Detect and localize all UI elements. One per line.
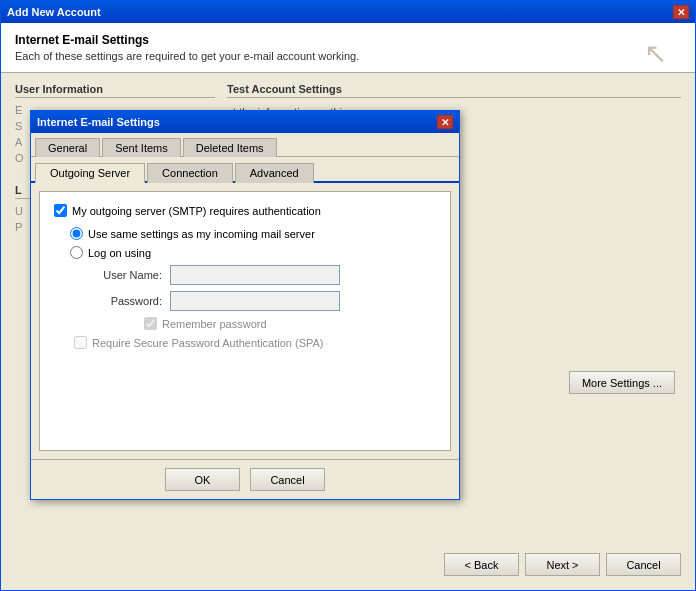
- smtp-auth-row: My outgoing server (SMTP) requires authe…: [54, 204, 436, 217]
- subtab-outgoing-server[interactable]: Outgoing Server: [35, 163, 145, 183]
- subtab-connection[interactable]: Connection: [147, 163, 233, 183]
- inner-dialog: Internet E-mail Settings ✕ General Sent …: [30, 110, 460, 500]
- use-same-settings-radio[interactable]: [70, 227, 83, 240]
- inner-close-icon: ✕: [441, 117, 449, 128]
- bg-header: Internet E-mail Settings Each of these s…: [1, 23, 695, 73]
- main-tabs-bar: General Sent Items Deleted Items: [31, 133, 459, 157]
- bg-window-title: Add New Account: [7, 6, 101, 18]
- header-decoration-icon: ↖: [635, 33, 675, 73]
- password-label: Password:: [90, 295, 170, 307]
- remember-password-label: Remember password: [162, 318, 267, 330]
- log-on-using-radio[interactable]: [70, 246, 83, 259]
- subtab-advanced[interactable]: Advanced: [235, 163, 314, 183]
- smtp-auth-label: My outgoing server (SMTP) requires authe…: [72, 205, 321, 217]
- password-input[interactable]: [170, 291, 340, 311]
- test-account-title: Test Account Settings: [227, 83, 681, 98]
- more-settings-button[interactable]: More Settings ...: [569, 371, 675, 394]
- use-same-settings-label: Use same settings as my incoming mail se…: [88, 228, 315, 240]
- bg-bottom-buttons: < Back Next > Cancel: [444, 553, 681, 576]
- dialog-content: My outgoing server (SMTP) requires authe…: [39, 191, 451, 451]
- cancel-button[interactable]: Cancel: [606, 553, 681, 576]
- user-info-title: User Information: [15, 83, 215, 98]
- back-button[interactable]: < Back: [444, 553, 519, 576]
- log-on-using-label: Log on using: [88, 247, 151, 259]
- spa-label: Require Secure Password Authentication (…: [92, 337, 324, 349]
- cursor-icon: ↖: [644, 37, 667, 70]
- smtp-auth-checkbox[interactable]: [54, 204, 67, 217]
- dialog-bottom: OK Cancel: [31, 459, 459, 499]
- inner-titlebar: Internet E-mail Settings ✕: [31, 111, 459, 133]
- user-name-label: User Name:: [90, 269, 170, 281]
- bg-titlebar: Add New Account ✕: [1, 1, 695, 23]
- tab-deleted-items[interactable]: Deleted Items: [183, 138, 277, 157]
- ok-button[interactable]: OK: [165, 468, 240, 491]
- log-on-using-row: Log on using: [70, 246, 436, 259]
- bg-header-title: Internet E-mail Settings: [15, 33, 681, 47]
- user-name-row: User Name:: [90, 265, 436, 285]
- spa-checkbox[interactable]: [74, 336, 87, 349]
- tab-sent-items[interactable]: Sent Items: [102, 138, 181, 157]
- bg-close-icon: ✕: [677, 7, 685, 18]
- remember-password-row: Remember password: [144, 317, 436, 330]
- inner-close-button[interactable]: ✕: [437, 115, 453, 129]
- user-name-input[interactable]: [170, 265, 340, 285]
- tab-general[interactable]: General: [35, 138, 100, 157]
- bg-close-button[interactable]: ✕: [673, 5, 689, 19]
- bg-header-subtitle: Each of these settings are required to g…: [15, 50, 681, 62]
- next-button[interactable]: Next >: [525, 553, 600, 576]
- remember-password-checkbox[interactable]: [144, 317, 157, 330]
- inner-cancel-button[interactable]: Cancel: [250, 468, 325, 491]
- more-settings-area: More Settings ...: [569, 371, 675, 394]
- spa-row: Require Secure Password Authentication (…: [74, 336, 436, 349]
- inner-dialog-title: Internet E-mail Settings: [37, 116, 160, 128]
- use-same-settings-row: Use same settings as my incoming mail se…: [70, 227, 436, 240]
- radio-group: Use same settings as my incoming mail se…: [54, 227, 436, 330]
- password-row: Password:: [90, 291, 436, 311]
- subtabs-bar: Outgoing Server Connection Advanced: [31, 157, 459, 183]
